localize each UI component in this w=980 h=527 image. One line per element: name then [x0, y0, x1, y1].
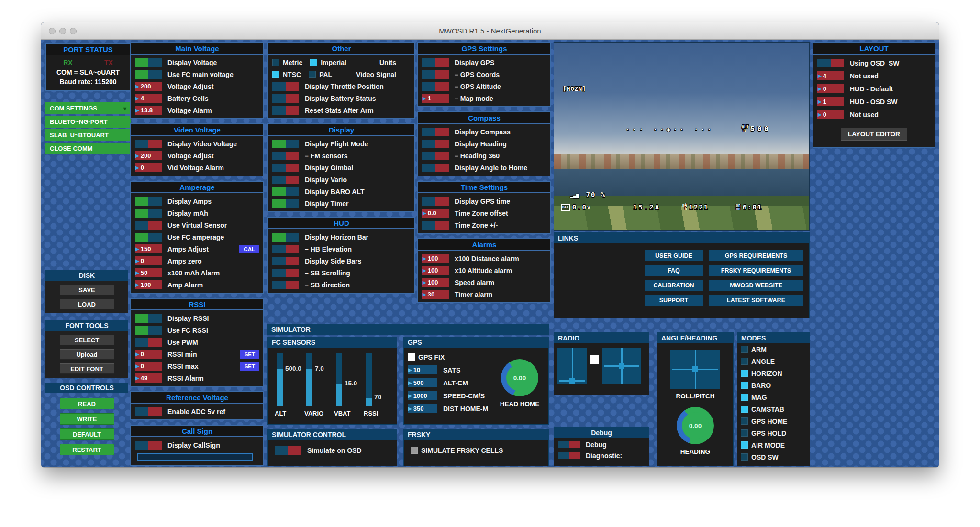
toggle-display-compass[interactable]: [422, 128, 449, 136]
layout-editor-button[interactable]: LAYOUT EDITOR: [841, 128, 907, 141]
checkbox-air-mode[interactable]: [741, 441, 748, 449]
link-mwosd-website[interactable]: MWOSD WEBSITE: [709, 280, 803, 291]
titlebar[interactable]: MWOSD R1.5 - NextGeneration: [41, 22, 939, 40]
cal-button[interactable]: CAL: [239, 245, 259, 253]
default-button[interactable]: DEFAULT: [60, 428, 114, 440]
toggle-use-pwm[interactable]: [135, 338, 162, 347]
toggle-display-rssi[interactable]: [135, 314, 162, 323]
toggle-use-fc-amperage[interactable]: [135, 233, 162, 242]
checkbox-gps-home[interactable]: [741, 417, 748, 425]
checkbox-ntsc[interactable]: [272, 71, 279, 78]
value-field-alt-cm[interactable]: ▶500: [408, 378, 437, 387]
toggle-diagnostic[interactable]: [558, 452, 580, 459]
value-field-vid-voltage-alarm[interactable]: ▶0: [135, 163, 162, 172]
toggle-time-zone[interactable]: [422, 221, 449, 230]
toggle-display-gps-time[interactable]: [422, 197, 449, 206]
value-field-dist-home-m[interactable]: ▶350: [408, 404, 437, 413]
simulate-frsky-cells-checkbox[interactable]: [411, 447, 418, 454]
value-field-not-used[interactable]: ▶4: [817, 71, 844, 80]
checkbox-angle[interactable]: [741, 358, 748, 365]
port-button-slab-u-btouart[interactable]: SLAB_U~BTOUART: [45, 129, 131, 141]
stick-handle[interactable]: [619, 363, 624, 369]
toggle-display-video-voltage[interactable]: [135, 140, 162, 148]
throttle-yaw-stick[interactable]: [557, 348, 587, 384]
load-button[interactable]: LOAD: [60, 299, 114, 309]
restart-button[interactable]: RESTART: [60, 444, 114, 455]
value-field-x100-distance-alarm[interactable]: ▶100: [422, 254, 449, 263]
checkbox-horizon[interactable]: [741, 370, 748, 377]
value-field-speed-alarm[interactable]: ▶100: [422, 278, 449, 287]
value-field-not-used[interactable]: ▶0: [817, 110, 844, 119]
checkbox-metric[interactable]: [272, 59, 279, 66]
toggle-hb-elevation[interactable]: [272, 245, 299, 253]
link-calibration[interactable]: CALIBRATION: [645, 280, 703, 291]
upload-button[interactable]: Upload: [60, 349, 114, 360]
toggle-display-amps[interactable]: [135, 197, 162, 206]
toggle-display-vario[interactable]: [272, 176, 299, 184]
value-field-time-zone-offset[interactable]: ▶0.0: [422, 209, 449, 218]
port-button-com-settings[interactable]: COM SETTINGS▾: [45, 102, 131, 114]
checkbox-arm[interactable]: [741, 346, 748, 353]
toggle-fm-sensors[interactable]: [272, 152, 299, 160]
save-button[interactable]: SAVE: [60, 285, 114, 295]
roll-pitch-pad[interactable]: [670, 350, 720, 389]
value-field-amp-alarm[interactable]: ▶100: [135, 280, 162, 289]
read-button[interactable]: READ: [60, 398, 114, 409]
sensor-slider-vbat[interactable]: [336, 353, 342, 406]
value-field-map-mode[interactable]: ▶1: [422, 94, 449, 103]
value-field-amps-adjust[interactable]: ▶150: [135, 244, 162, 253]
checkbox-gps-hold[interactable]: [741, 429, 748, 437]
value-field-rssi-max[interactable]: ▶0: [135, 362, 162, 371]
value-field-timer-alarm[interactable]: ▶30: [422, 290, 449, 299]
toggle-use-fc-main-voltage[interactable]: [135, 70, 162, 79]
port-button-close-comm[interactable]: CLOSE COMM: [45, 143, 131, 154]
toggle-display-flight-mode[interactable]: [272, 140, 299, 148]
toggle-gps-altitude[interactable]: [422, 82, 449, 91]
checkbox-baro[interactable]: [741, 382, 748, 389]
heading-dial[interactable]: 0.00: [677, 407, 714, 444]
toggle-display-angle-to-home[interactable]: [422, 164, 449, 172]
toggle-display-gps[interactable]: [422, 58, 449, 67]
set-button[interactable]: SET: [240, 362, 259, 371]
gps-fix-checkbox[interactable]: [408, 353, 415, 361]
sensor-slider-rssi[interactable]: [366, 353, 372, 406]
head-home-dial[interactable]: 0.00 HEAD HOME: [495, 359, 545, 407]
toggle-display-callsign[interactable]: [135, 441, 162, 450]
checkbox-imperial[interactable]: [310, 59, 317, 66]
toggle-debug[interactable]: [558, 441, 580, 448]
value-field-amps-zero[interactable]: ▶0: [135, 256, 162, 265]
toggle-enable-adc-5v-ref[interactable]: [135, 407, 162, 416]
toggle-display-heading[interactable]: [422, 140, 449, 148]
toggle-sb-direction[interactable]: [272, 281, 299, 289]
sensor-slider-alt[interactable]: [277, 353, 283, 406]
pitch-roll-stick[interactable]: [602, 348, 641, 384]
value-field-voltage-alarm[interactable]: ▶13.8: [135, 106, 162, 115]
value-field-sats[interactable]: ▶10: [408, 365, 437, 374]
link-frsky-requirements[interactable]: FRSKY REQUIREMENTS: [709, 265, 803, 276]
value-field-x100-mah-alarm[interactable]: ▶50: [135, 268, 162, 277]
toggle-sb-scrolling[interactable]: [272, 269, 299, 277]
sensor-slider-vario[interactable]: [306, 353, 312, 406]
toggle-reset-stats-after-arm[interactable]: [272, 106, 299, 115]
toggle-display-baro-alt[interactable]: [272, 187, 299, 196]
link-support[interactable]: SUPPORT: [645, 295, 703, 306]
value-field-hud-default[interactable]: ▶0: [817, 84, 844, 93]
zoom-button[interactable]: [70, 28, 77, 34]
link-faq[interactable]: FAQ: [645, 265, 703, 276]
value-field-speed-cm-s[interactable]: ▶1000: [408, 391, 437, 400]
toggle-display-timer[interactable]: [272, 199, 299, 208]
write-button[interactable]: WRITE: [60, 413, 114, 425]
minimize-button[interactable]: [59, 28, 66, 34]
value-field-rssi-min[interactable]: ▶0: [135, 350, 162, 359]
checkbox-mag[interactable]: [741, 394, 748, 401]
checkbox-pal[interactable]: [309, 71, 316, 78]
value-field-voltage-adjust[interactable]: ▶200: [135, 82, 162, 91]
toggle-display-gimbal[interactable]: [272, 164, 299, 172]
set-button[interactable]: SET: [240, 350, 259, 359]
checkbox-camstab[interactable]: [741, 406, 748, 413]
select-button[interactable]: SELECT: [60, 335, 114, 345]
value-field-x10-altitude-alarm[interactable]: ▶100: [422, 266, 449, 275]
toggle-display-battery-status[interactable]: [272, 94, 299, 103]
checkbox-osd-sw[interactable]: [741, 453, 748, 461]
toggle-display-mah[interactable]: [135, 209, 162, 218]
